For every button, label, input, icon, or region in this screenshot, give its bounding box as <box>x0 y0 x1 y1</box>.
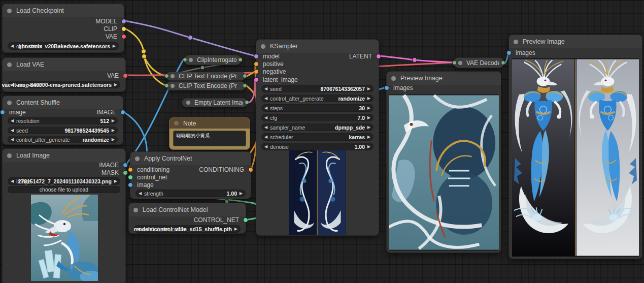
node-clip-interrogator[interactable]: ClipInterrogator <box>184 55 241 65</box>
node-header[interactable]: Load VAE <box>3 58 125 71</box>
collapse-dot-icon[interactable] <box>458 61 462 65</box>
node-header[interactable]: Load Image <box>3 149 125 162</box>
node-header[interactable]: Load Checkpoint <box>3 4 124 17</box>
collapsed-output-slot[interactable] <box>243 83 247 88</box>
sampler-name-widget[interactable]: ◀ sampler_name dpmpp_sde ▶ <box>261 123 374 131</box>
node-content-shuffle[interactable]: Content Shuffle image IMAGE ◀ resolution… <box>2 96 123 145</box>
node-note[interactable]: Note 聪聪聪的小黄瓜 <box>169 117 250 150</box>
collapse-dot-icon[interactable] <box>133 208 138 212</box>
node-header[interactable]: Load ControlNet Model <box>129 203 246 216</box>
output-slot-image[interactable] <box>123 163 128 168</box>
collapse-dot-icon[interactable] <box>7 9 12 13</box>
output-slot-mask[interactable] <box>123 170 128 175</box>
seed-widget[interactable]: ◀ seed 870676143362057 ▶ <box>261 85 374 92</box>
collapsed-output-slot[interactable] <box>243 74 247 78</box>
collapse-dot-icon[interactable] <box>135 156 140 161</box>
output-slot-conditioning[interactable] <box>248 167 253 172</box>
combo-left-arrow-icon[interactable]: ◀ <box>11 129 14 133</box>
node-header[interactable]: KSampler <box>256 40 379 53</box>
note-text-area[interactable]: 聪聪聪的小黄瓜 <box>173 131 246 146</box>
collapsed-input-slot[interactable] <box>452 60 457 65</box>
control-after-generate-widget[interactable]: ◀ control_after_generate randomize ▶ <box>261 95 374 102</box>
reroute-dot-clip-1[interactable] <box>142 49 146 54</box>
output-slot-vae[interactable] <box>121 34 126 39</box>
combo-left-arrow-icon[interactable]: ◀ <box>264 97 267 101</box>
input-slot-negative[interactable] <box>254 69 259 74</box>
scheduler-widget[interactable]: ◀ scheduler karras ▶ <box>261 133 374 141</box>
combo-left-arrow-icon[interactable]: ◀ <box>11 138 14 142</box>
collapse-dot-icon[interactable] <box>171 74 175 78</box>
collapsed-input-slot[interactable] <box>183 57 187 62</box>
input-slot-model[interactable] <box>254 54 259 59</box>
input-slot-positive[interactable] <box>254 61 259 67</box>
node-load-image[interactable]: Load Image IMAGE MASK ◀ image 278151472_… <box>2 148 126 283</box>
resolution-widget[interactable]: ◀ resolution 512 ▶ <box>8 117 118 124</box>
input-slot-image[interactable] <box>128 182 133 187</box>
denoise-widget[interactable]: ◀ denoise 1.00 ▶ <box>261 143 374 150</box>
node-header[interactable]: Note <box>170 118 250 129</box>
vae-name-combo[interactable]: ◀ vae_name vae-ft-mse-840000-ema-pruned.… <box>8 81 120 88</box>
node-header[interactable]: Apply ControlNet <box>130 152 251 165</box>
output-slot-vae[interactable] <box>123 73 128 78</box>
collapse-dot-icon[interactable] <box>171 84 175 88</box>
node-clip-text-encode-2[interactable]: CLIP Text Encode (Pr <box>166 81 246 90</box>
node-preview-image-right[interactable]: Preview Image images <box>509 35 642 259</box>
control-after-generate-widget[interactable]: ◀ control_after_generate randomize ▶ <box>8 136 118 143</box>
combo-right-arrow-icon[interactable]: ▶ <box>367 87 370 91</box>
combo-left-arrow-icon[interactable]: ◀ <box>11 179 14 183</box>
combo-left-arrow-icon[interactable]: ◀ <box>264 87 267 91</box>
strength-widget[interactable]: ◀ strength 1.00 ▶ <box>135 190 246 197</box>
combo-right-arrow-icon[interactable]: ▶ <box>112 138 115 142</box>
combo-left-arrow-icon[interactable]: ◀ <box>139 192 142 196</box>
image-file-combo[interactable]: ◀ image 278151472_7_2024011103430323.png… <box>8 177 120 185</box>
node-ksampler[interactable]: KSampler model LATENT positive negative … <box>256 39 379 236</box>
node-clip-text-encode-1[interactable]: CLIP Text Encode (Pr <box>166 72 246 81</box>
combo-left-arrow-icon[interactable]: ◀ <box>264 135 267 139</box>
node-apply-controlnet[interactable]: Apply ControlNet conditioning CONDITIONI… <box>130 151 251 199</box>
output-slot-control-net[interactable] <box>243 217 248 223</box>
collapsed-input-slot[interactable] <box>164 74 169 78</box>
collapse-dot-icon[interactable] <box>391 76 396 81</box>
steps-widget[interactable]: ◀ steps 30 ▶ <box>261 104 374 112</box>
collapsed-input-slot[interactable] <box>164 83 169 88</box>
combo-right-arrow-icon[interactable]: ▶ <box>112 129 115 133</box>
reroute-dot-clip-2[interactable] <box>142 54 147 59</box>
combo-right-arrow-icon[interactable]: ▶ <box>240 192 243 196</box>
combo-right-arrow-icon[interactable]: ▶ <box>112 119 115 123</box>
collapsed-output-slot[interactable] <box>238 57 243 62</box>
collapsed-output-slot[interactable] <box>245 100 249 105</box>
input-slot-images[interactable] <box>506 50 512 55</box>
collapse-dot-icon[interactable] <box>261 44 265 49</box>
collapse-dot-icon[interactable] <box>7 62 12 67</box>
choose-file-button[interactable]: choose file to upload <box>8 186 120 193</box>
node-vae-decode[interactable]: VAE Decode <box>454 57 504 68</box>
collapse-dot-icon[interactable] <box>7 153 12 158</box>
node-header[interactable]: Preview Image <box>509 35 642 48</box>
combo-right-arrow-icon[interactable]: ▶ <box>114 83 117 87</box>
node-header[interactable]: Content Shuffle <box>3 96 123 109</box>
combo-left-arrow-icon[interactable]: ◀ <box>264 116 267 120</box>
ckpt-name-combo[interactable]: ◀ ckpt_name ghostmix_v20Bakedvae.safeten… <box>8 42 119 50</box>
controlnet-name-combo[interactable]: ◀ control_net_name models\control_v11e_s… <box>134 225 241 233</box>
node-empty-latent-image[interactable]: Empty Latent Image <box>182 98 248 107</box>
cfg-widget[interactable]: ◀ cfg 7.0 ▶ <box>261 114 374 121</box>
seed-widget[interactable]: ◀ seed 981798524439545 ▶ <box>8 127 118 134</box>
combo-left-arrow-icon[interactable]: ◀ <box>264 106 267 110</box>
combo-right-arrow-icon[interactable]: ▶ <box>367 145 370 149</box>
output-slot-model[interactable] <box>121 19 126 24</box>
input-slot-image[interactable] <box>0 110 5 115</box>
reroute-dot-text[interactable] <box>200 66 205 70</box>
combo-right-arrow-icon[interactable]: ▶ <box>113 44 116 48</box>
input-slot-images[interactable] <box>384 85 389 90</box>
node-header[interactable]: Preview Image <box>387 72 501 85</box>
combo-left-arrow-icon[interactable]: ◀ <box>264 125 267 130</box>
combo-right-arrow-icon[interactable]: ▶ <box>367 116 370 120</box>
combo-left-arrow-icon[interactable]: ◀ <box>264 145 267 149</box>
collapsed-output-slot[interactable] <box>501 60 505 65</box>
collapse-dot-icon[interactable] <box>174 121 179 125</box>
combo-left-arrow-icon[interactable]: ◀ <box>11 44 14 48</box>
combo-left-arrow-icon[interactable]: ◀ <box>11 119 14 123</box>
combo-right-arrow-icon[interactable]: ▶ <box>114 179 117 183</box>
collapse-dot-icon[interactable] <box>7 101 12 105</box>
combo-right-arrow-icon[interactable]: ▶ <box>367 125 370 130</box>
